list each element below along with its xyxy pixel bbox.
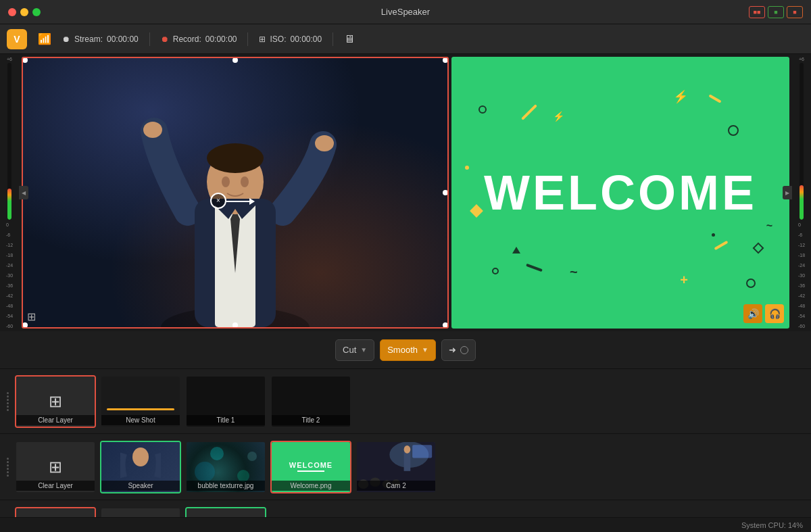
vu-bar-left — [7, 63, 11, 220]
collapse-right-btn[interactable]: ▶ — [783, 186, 792, 199]
row-drag-video[interactable] — [5, 456, 11, 478]
stream-time: 00:00:00 — [107, 34, 139, 44]
shots-section: ⊞ Clear Layer New Shot Title 1 Title 2 — [0, 369, 811, 532]
svg-point-14 — [404, 445, 411, 454]
svg-point-10 — [132, 448, 149, 466]
transition-arrow-icon: ➜ — [449, 345, 456, 355]
smooth-dropdown[interactable]: Smooth ▼ — [380, 339, 436, 361]
welcome-slide: ⚡ ⚡ + ~ ~ WELCOME — [451, 57, 789, 329]
iso-item: ⊞ ISO: 00:00:00 — [259, 34, 322, 44]
shot-cam2[interactable]: Cam 2 — [355, 441, 437, 493]
controls-bar: Cut ▼ Smooth ▼ ➜ — [0, 331, 811, 369]
iso-label: ISO: — [270, 34, 286, 44]
cut-dropdown[interactable]: Cut ▼ — [335, 339, 374, 361]
titlebar: LiveSpeaker ■■ ■ ■ — [0, 0, 811, 24]
statusbar: System CPU: 14% — [0, 517, 811, 532]
toolbar: V 📶 ⏺ Stream: 00:00:00 ⏺ Record: 00:00:0… — [0, 24, 811, 54]
svg-rect-19 — [412, 445, 432, 458]
shot-speaker[interactable]: Speaker — [100, 441, 181, 493]
welcome-png-label: Welcome.png — [272, 481, 350, 491]
monitor-icon-item: 🖥 — [344, 33, 355, 45]
titlebar-right-buttons[interactable]: ■■ ■ ■ — [749, 6, 803, 18]
svg-point-7 — [241, 176, 249, 187]
close-button[interactable] — [8, 8, 16, 16]
cam2-label: Cam 2 — [357, 481, 435, 491]
newshot-indicator — [107, 408, 174, 410]
cut-arrow-icon: ▼ — [360, 346, 367, 354]
layout-btn-1[interactable]: ■■ — [749, 6, 765, 18]
iso-time: 00:00:00 — [291, 34, 322, 44]
layout-btn-2[interactable]: ■ — [768, 6, 784, 18]
clear-layer-2-label: Clear Layer — [16, 481, 95, 491]
stream-record-icon: ⏺ — [62, 34, 70, 44]
welcome-text: WELCOME — [484, 165, 757, 220]
stream-label: Stream: — [74, 34, 103, 44]
svg-point-5 — [207, 143, 264, 173]
cpu-label: System CPU: — [741, 521, 786, 529]
screenshot-icon[interactable]: ⊞ — [27, 310, 36, 323]
vu-bar-right — [800, 63, 804, 220]
minimize-button[interactable] — [20, 8, 28, 16]
shot-clear-layer-2[interactable]: ⊞ Clear Layer — [15, 441, 96, 493]
monitor-icon: 🔊 — [747, 308, 759, 319]
preview-area: +6 0-6-12-18-24-30-36-42-48-54-60 ◀ — [0, 54, 811, 331]
wifi-icon-item: 📶 — [38, 32, 51, 45]
speaker-person-svg — [134, 77, 337, 327]
layout-btn-3[interactable]: ■ — [787, 6, 803, 18]
svg-point-8 — [143, 122, 162, 138]
shot-welcome[interactable]: WELCOME Welcome.png — [270, 441, 351, 493]
monitor-output-btn[interactable]: 🔊 — [743, 304, 762, 323]
svg-point-9 — [315, 135, 334, 151]
cut-label: Cut — [343, 345, 356, 355]
headphones-icon: 🎧 — [769, 308, 781, 319]
new-shot-label: New Shot — [101, 415, 180, 425]
record-label: Record: — [173, 34, 201, 44]
toolbar-divider-3 — [333, 32, 333, 46]
collapse-left-btn[interactable]: ◀ — [19, 186, 28, 199]
wifi-icon: 📶 — [38, 32, 51, 45]
shot-row-graphics: ⊞ Clear Layer New Shot Title 1 Title 2 — [0, 369, 811, 434]
camera-feed: × — [23, 58, 447, 327]
row-drag-graphics[interactable] — [5, 391, 11, 412]
record-item: ⏺ Record: 00:00:00 — [161, 34, 237, 44]
layers-icon-2: ⊞ — [49, 458, 62, 477]
app-title: LiveSpeaker — [381, 7, 430, 17]
preview-camera: × ⊞ — [22, 57, 449, 329]
clear-layer-1-label: Clear Layer — [16, 415, 95, 425]
preview-content: × ⊞ — [19, 54, 792, 331]
iso-icon: ⊞ — [259, 34, 266, 44]
monitor-icon: 🖥 — [344, 33, 355, 45]
shot-row-video: ⊞ Clear Layer Speaker — [0, 434, 811, 500]
maximize-button[interactable] — [32, 8, 41, 16]
record-time: 00:00:00 — [205, 34, 237, 44]
title-2-label: Title 2 — [272, 415, 350, 425]
bubble-label: bubble texturre.jpg — [187, 481, 265, 491]
shot-title-2[interactable]: Title 2 — [270, 375, 351, 428]
window-controls[interactable] — [8, 8, 41, 16]
layers-icon-1: ⊞ — [49, 392, 62, 411]
stream-item: ⏺ Stream: 00:00:00 — [62, 34, 139, 44]
preview-welcome: ⚡ ⚡ + ~ ~ WELCOME 🔊 🎧 — [451, 57, 789, 329]
shot-clear-layer-1[interactable]: ⊞ Clear Layer — [15, 375, 96, 428]
toolbar-divider-1 — [149, 32, 150, 46]
vu-meter-left: +6 0-6-12-18-24-30-36-42-48-54-60 — [0, 54, 19, 331]
speaker-label: Speaker — [101, 481, 180, 491]
headphones-btn[interactable]: 🎧 — [765, 304, 784, 323]
svg-rect-13 — [404, 451, 411, 470]
title-1-label: Title 1 — [187, 415, 265, 425]
smooth-label: Smooth — [387, 345, 418, 355]
smooth-arrow-icon: ▼ — [422, 346, 428, 354]
app-logo: V — [7, 29, 27, 49]
preview-icons: 🔊 🎧 — [743, 304, 784, 323]
transition-btn[interactable]: ➜ — [441, 339, 476, 361]
toolbar-divider-2 — [247, 32, 248, 46]
vu-meter-right: +6 0-6-12-18-24-30-36-42-48-54-60 — [792, 54, 811, 331]
shot-new-shot[interactable]: New Shot — [100, 375, 181, 428]
record-dot-icon: ⏺ — [161, 34, 169, 44]
transition-circle — [460, 346, 468, 354]
cpu-value: 14% — [788, 521, 803, 529]
svg-point-6 — [222, 176, 230, 187]
shot-bubble[interactable]: bubble texturre.jpg — [185, 441, 266, 493]
shot-title-1[interactable]: Title 1 — [185, 375, 266, 428]
